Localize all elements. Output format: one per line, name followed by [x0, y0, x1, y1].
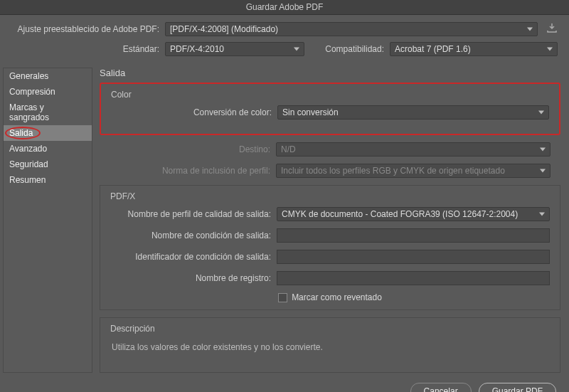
profile-inclusion-value: Incluir todos los perfiles RGB y CMYK de… [281, 166, 505, 176]
destination-select: N/D [276, 142, 551, 157]
color-conversion-label: Conversión de color: [111, 107, 277, 117]
preset-value: [PDF/X-4:2008] (Modificado) [170, 24, 278, 34]
save-pdf-button[interactable]: Guardar PDF [479, 383, 556, 392]
window-title: Guardar Adobe PDF [246, 2, 324, 12]
sidebar-item-salida[interactable]: Salida [4, 125, 92, 141]
sidebar-item-marcas[interactable]: Marcas y sangrados [4, 100, 92, 125]
sidebar-item-resumen[interactable]: Resumen [4, 172, 92, 188]
color-legend: Color [111, 90, 549, 100]
standard-label: Estándar: [11, 44, 165, 54]
description-text: Utiliza los valores de color existentes … [110, 339, 550, 355]
footer: Cancelar Guardar PDF [0, 376, 569, 392]
registry-input[interactable] [277, 271, 550, 285]
preset-label: Ajuste preestablecido de Adobe PDF: [11, 24, 165, 34]
out-cond-id-label: Identificador de condición de salida: [110, 252, 277, 262]
destination-value: N/D [281, 144, 296, 154]
out-cond-name-label: Nombre de condición de salida: [110, 231, 277, 240]
sidebar-item-generales[interactable]: Generales [4, 68, 92, 84]
destination-label: Destino: [110, 144, 276, 154]
sidebar: Generales Compresión Marcas y sangrados … [3, 68, 92, 373]
out-cond-id-input[interactable] [277, 250, 550, 264]
compat-select[interactable]: Acrobat 7 (PDF 1.6) [390, 42, 558, 56]
profile-inclusion-select: Incluir todos los perfiles RGB y CMYK de… [276, 164, 551, 178]
preset-select[interactable]: [PDF/X-4:2008] (Modificado) [165, 22, 538, 36]
quality-profile-value: CMYK de documento - Coated FOGRA39 (ISO … [282, 209, 518, 219]
profile-inclusion-label: Norma de inclusión de perfil: [110, 166, 276, 176]
panel-title: Salida [100, 68, 560, 78]
registry-label: Nombre de registro: [110, 273, 277, 283]
top-controls: Ajuste preestablecido de Adobe PDF: [PDF… [0, 15, 569, 68]
titlebar: Guardar Adobe PDF [0, 0, 569, 15]
description-legend: Descripción [110, 324, 550, 334]
color-conversion-value: Sin conversión [282, 107, 339, 117]
trapped-checkbox[interactable] [278, 293, 287, 302]
description-fieldset: Descripción Utiliza los valores de color… [100, 317, 560, 373]
sidebar-item-seguridad[interactable]: Seguridad [4, 157, 92, 172]
download-icon[interactable] [546, 23, 558, 36]
color-conversion-select[interactable]: Sin conversión [277, 105, 549, 120]
color-fieldset: Color Conversión de color: Sin conversió… [100, 83, 560, 135]
sidebar-item-avanzado[interactable]: Avanzado [4, 141, 92, 157]
compat-label: Compatibilidad: [304, 44, 390, 54]
pdfx-fieldset: PDF/X Nombre de perfil de calidad de sal… [100, 185, 560, 310]
out-cond-name-input[interactable] [277, 228, 550, 243]
quality-profile-label: Nombre de perfil de calidad de salida: [110, 209, 277, 219]
pdfx-legend: PDF/X [110, 191, 550, 201]
quality-profile-select[interactable]: CMYK de documento - Coated FOGRA39 (ISO … [277, 207, 550, 221]
standard-select[interactable]: PDF/X-4:2010 [165, 42, 304, 56]
sidebar-item-compresion[interactable]: Compresión [4, 84, 92, 100]
trapped-label: Marcar como reventado [292, 292, 382, 302]
cancel-button[interactable]: Cancelar [410, 383, 472, 392]
standard-value: PDF/X-4:2010 [170, 44, 224, 54]
compat-value: Acrobat 7 (PDF 1.6) [395, 44, 471, 54]
